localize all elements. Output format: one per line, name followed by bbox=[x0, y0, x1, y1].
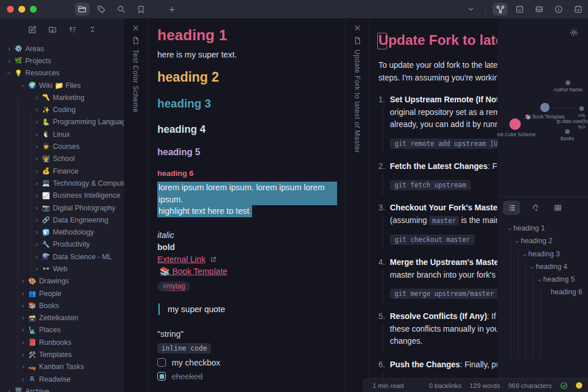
chevron-icon[interactable]: › bbox=[19, 302, 27, 310]
gear-icon[interactable] bbox=[569, 28, 579, 37]
checkbox-checked[interactable] bbox=[157, 372, 166, 381]
table-icon[interactable] bbox=[549, 201, 566, 215]
tree-item[interactable]: ›✨Coding bbox=[0, 103, 124, 116]
tree-item[interactable]: ›👩‍🏫School bbox=[0, 153, 124, 165]
chevron-icon[interactable]: › bbox=[33, 167, 41, 175]
tree-item[interactable]: ›💰Finance bbox=[0, 165, 124, 177]
chevron-icon[interactable]: › bbox=[533, 276, 545, 285]
checkbox-unchecked[interactable] bbox=[157, 358, 166, 367]
tree-item[interactable]: ›🌍Wiki 📁 Files bbox=[0, 79, 124, 91]
chevron-icon[interactable]: › bbox=[19, 290, 27, 298]
outgoing-link-icon[interactable] bbox=[526, 201, 543, 215]
chevron-icon[interactable]: › bbox=[5, 45, 13, 53]
close-icon[interactable] bbox=[132, 24, 140, 32]
tree-item[interactable]: ›👓Web bbox=[0, 263, 124, 275]
zoom-window-button[interactable] bbox=[30, 6, 37, 13]
chevron-icon[interactable]: › bbox=[33, 191, 41, 199]
graph-node[interactable] bbox=[565, 129, 570, 134]
stacked-tab-header[interactable]: Test Color Scheme bbox=[124, 18, 148, 392]
tree-item[interactable]: ›🗽Places bbox=[0, 324, 124, 336]
tree-item[interactable]: ›🐧Linux bbox=[0, 128, 124, 140]
chevron-icon[interactable]: › bbox=[525, 264, 537, 272]
collapse-all-icon[interactable] bbox=[88, 25, 96, 33]
tree-item[interactable]: ›📷Digital Photography bbox=[0, 202, 124, 214]
tag-pill[interactable]: #mytag bbox=[157, 282, 190, 291]
chevron-icon[interactable]: › bbox=[19, 363, 27, 371]
chevron-icon[interactable]: › bbox=[33, 143, 41, 151]
graph-node[interactable] bbox=[509, 118, 521, 130]
chevron-icon[interactable]: › bbox=[33, 179, 41, 187]
tree-item[interactable]: ›⚙️Areas bbox=[0, 43, 124, 55]
chevron-icon[interactable]: › bbox=[33, 240, 41, 248]
inbox-tray-icon[interactable] bbox=[532, 3, 547, 16]
chevron-icon[interactable]: › bbox=[503, 225, 515, 233]
graph-node[interactable] bbox=[579, 106, 584, 111]
new-note-icon[interactable] bbox=[28, 25, 37, 34]
graph-node[interactable] bbox=[566, 80, 570, 85]
chevron-icon[interactable]: › bbox=[5, 387, 13, 392]
chevron-icon[interactable]: › bbox=[33, 204, 41, 212]
tree-item[interactable]: ›📕Runbooks bbox=[0, 336, 124, 348]
calendar-check-icon[interactable] bbox=[512, 3, 527, 16]
chevron-icon[interactable]: › bbox=[510, 238, 523, 246]
tree-item[interactable]: ›🔗Data Engineering bbox=[0, 214, 124, 226]
tree-item[interactable]: ›🗃️Zettelkasten bbox=[0, 312, 124, 324]
chevron-icon[interactable]: › bbox=[19, 326, 27, 334]
tree-item[interactable]: ›🧊Methodology bbox=[0, 226, 124, 238]
tree-item[interactable]: ›🎨Drawings bbox=[0, 275, 124, 287]
tree-item[interactable]: ›📈Business Intelligence bbox=[0, 190, 124, 202]
tree-item[interactable]: ›🌿Projects bbox=[0, 55, 124, 67]
new-tab-plus-icon[interactable] bbox=[164, 3, 179, 16]
tree-item[interactable]: ›👨‍🎓Courses bbox=[0, 140, 124, 152]
tab-title-vertical[interactable]: Test Color Scheme bbox=[131, 49, 140, 113]
chevron-icon[interactable]: › bbox=[19, 314, 27, 322]
list-icon[interactable] bbox=[503, 201, 520, 215]
tree-item[interactable]: ›👥People bbox=[0, 287, 124, 299]
chevron-down-icon[interactable] bbox=[463, 3, 478, 16]
chevron-icon[interactable]: › bbox=[19, 351, 27, 359]
chevron-icon[interactable]: › bbox=[33, 265, 41, 273]
chevron-icon[interactable]: › bbox=[33, 155, 41, 163]
tree-item[interactable]: ›🛶Kanban Tasks bbox=[0, 361, 124, 373]
chevron-icon[interactable]: › bbox=[33, 130, 41, 139]
chevron-icon[interactable]: › bbox=[33, 216, 41, 224]
chevron-icon[interactable]: › bbox=[19, 375, 27, 383]
tree-item[interactable]: ›〽️Marketing bbox=[0, 91, 124, 103]
minimize-window-button[interactable] bbox=[18, 6, 25, 13]
new-folder-icon[interactable] bbox=[48, 25, 57, 34]
chevron-icon[interactable]: › bbox=[33, 94, 41, 102]
bookmark-icon[interactable] bbox=[133, 3, 148, 16]
chevron-icon[interactable]: › bbox=[33, 118, 41, 126]
search-icon[interactable] bbox=[114, 3, 129, 16]
tree-item[interactable]: ›💡Resources bbox=[0, 67, 124, 79]
tree-item[interactable]: ›📚Books bbox=[0, 299, 124, 312]
tree-item[interactable]: ›⚗️Data Science - ML bbox=[0, 251, 124, 263]
graph-node[interactable] bbox=[540, 103, 550, 112]
internal-link-book-template[interactable]: 📚 Book Template bbox=[160, 267, 227, 276]
graph-canvas[interactable]: Test Color Scheme📚 Book TemplateAuthor N… bbox=[497, 18, 588, 197]
tree-item[interactable]: ›💻Technology & Computer bbox=[0, 177, 124, 189]
tab-title-vertical[interactable]: Update Fork to latest of Master bbox=[353, 49, 361, 153]
local-graph-view[interactable]: Test Color Scheme📚 Book TemplateAuthor N… bbox=[497, 18, 588, 197]
chevron-icon[interactable]: › bbox=[33, 228, 41, 236]
tags-icon[interactable] bbox=[94, 3, 109, 16]
tree-item[interactable]: ›🐍Programming Languages bbox=[0, 116, 124, 128]
status-backlinks[interactable]: 0 backlinks bbox=[429, 382, 462, 389]
folder-icon[interactable] bbox=[75, 3, 90, 16]
chevron-icon[interactable]: › bbox=[518, 251, 530, 259]
chevron-icon[interactable]: › bbox=[19, 82, 27, 90]
tree-item[interactable]: ›🔧Productivity bbox=[0, 239, 124, 251]
close-window-button[interactable] bbox=[7, 6, 14, 13]
info-icon[interactable] bbox=[551, 3, 566, 16]
chevron-icon[interactable]: › bbox=[33, 253, 41, 261]
chevron-icon[interactable]: › bbox=[19, 339, 27, 347]
tree-item[interactable]: ›RReadwise bbox=[0, 373, 124, 385]
sort-icon[interactable] bbox=[68, 25, 77, 34]
tree-item[interactable]: ›🛠️Templates bbox=[0, 348, 124, 360]
graph-icon[interactable] bbox=[493, 3, 508, 16]
chevron-icon[interactable]: › bbox=[5, 57, 13, 65]
chevron-icon[interactable]: › bbox=[33, 106, 41, 114]
stacked-tab-header[interactable]: Update Fork to latest of Master bbox=[346, 18, 369, 392]
chevron-icon[interactable]: › bbox=[5, 69, 13, 77]
close-icon[interactable] bbox=[354, 24, 361, 32]
